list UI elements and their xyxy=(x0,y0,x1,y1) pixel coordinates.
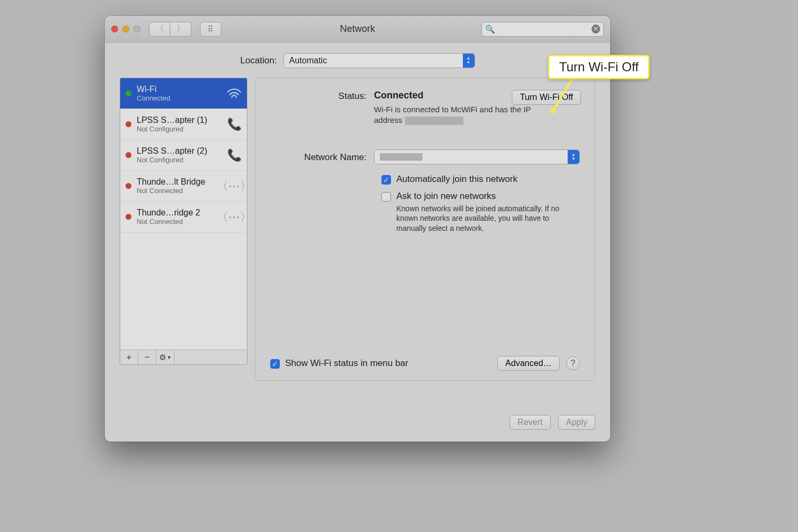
auto-join-label: Automatically join this network xyxy=(396,174,518,185)
apply-button[interactable]: Apply xyxy=(558,415,595,430)
status-dot-icon xyxy=(126,121,131,127)
chevron-right-icon: 〉 xyxy=(177,24,185,34)
phone-icon: 📞 xyxy=(226,148,243,162)
status-dot-icon xyxy=(126,183,131,189)
service-status: Not Connected xyxy=(137,218,226,226)
service-status: Connected xyxy=(137,94,226,102)
service-name: Wi-Fi xyxy=(137,85,226,94)
advanced-button[interactable]: Advanced… xyxy=(497,356,560,371)
service-name: LPSS S…apter (1) xyxy=(137,115,226,125)
chevron-down-icon: ▼ xyxy=(167,355,172,360)
ip-address-redacted xyxy=(405,117,463,125)
status-dot-icon xyxy=(126,90,131,96)
service-item-lpss2[interactable]: LPSS S…apter (2) Not Configured 📞 xyxy=(120,140,247,171)
service-status: Not Connected xyxy=(137,187,226,195)
network-name-select[interactable]: ▲▼ xyxy=(374,149,580,164)
service-actions-button[interactable]: ⚙▼ xyxy=(156,350,174,364)
auto-join-checkbox[interactable]: ✓ xyxy=(381,175,391,185)
status-dot-icon xyxy=(126,214,131,220)
service-detail-panel: Turn Wi-Fi Off Status: Connected Wi-Fi i… xyxy=(255,78,595,381)
clear-search-button[interactable]: ✕ xyxy=(592,24,600,34)
service-item-lpss1[interactable]: LPSS S…apter (1) Not Configured 📞 xyxy=(120,109,247,140)
grid-icon: ⠿ xyxy=(207,24,214,34)
network-preferences-window: 〈 〉 ⠿ Network 🔍 ✕ Location: Automatic ▲▼ xyxy=(105,16,610,442)
service-item-tb-bridge-2[interactable]: Thunde…ridge 2 Not Connected 〈⋯〉 xyxy=(120,202,247,232)
zoom-window-button[interactable] xyxy=(134,26,140,32)
location-select[interactable]: Automatic ▲▼ xyxy=(284,53,475,68)
network-name-label: Network Name: xyxy=(270,151,374,163)
location-value: Automatic xyxy=(289,56,327,65)
service-status: Not Configured xyxy=(137,125,226,133)
select-stepper-icon: ▲▼ xyxy=(463,54,475,68)
status-description: Wi-Fi is connected to McWiFi and has the… xyxy=(374,104,555,126)
annotation-callout: Turn Wi-Fi Off xyxy=(548,55,650,79)
service-item-tb-bridge[interactable]: Thunde…lt Bridge Not Connected 〈⋯〉 xyxy=(120,171,247,202)
location-label: Location: xyxy=(240,55,277,66)
remove-service-button[interactable]: − xyxy=(138,350,156,364)
service-status: Not Configured xyxy=(137,156,226,164)
network-name-redacted xyxy=(380,153,422,161)
bridge-icon: 〈⋯〉 xyxy=(226,179,243,193)
service-item-wifi[interactable]: Wi-Fi Connected xyxy=(120,78,247,109)
forward-button[interactable]: 〉 xyxy=(170,22,192,37)
service-name: LPSS S…apter (2) xyxy=(137,146,226,156)
show-in-menubar-label: Show Wi-Fi status in menu bar xyxy=(285,358,408,369)
nav-buttons: 〈 〉 xyxy=(149,22,192,37)
status-dot-icon xyxy=(126,152,131,158)
search-field[interactable]: 🔍 ✕ xyxy=(481,22,604,37)
revert-button[interactable]: Revert xyxy=(510,415,551,430)
window-controls xyxy=(111,26,140,32)
turn-wifi-off-button[interactable]: Turn Wi-Fi Off xyxy=(512,90,581,105)
ask-to-join-checkbox[interactable] xyxy=(381,192,391,202)
select-stepper-icon: ▲▼ xyxy=(568,150,579,164)
close-window-button[interactable] xyxy=(111,26,118,32)
service-sidebar: Wi-Fi Connected LPSS S…apter (1) Not Con… xyxy=(120,78,247,365)
minimize-window-button[interactable] xyxy=(122,26,129,32)
search-icon: 🔍 xyxy=(485,24,495,34)
add-service-button[interactable]: + xyxy=(120,350,138,364)
phone-icon: 📞 xyxy=(226,118,243,131)
chevron-left-icon: 〈 xyxy=(156,24,164,34)
service-name: Thunde…ridge 2 xyxy=(137,208,226,218)
ask-to-join-help: Known networks will be joined automatica… xyxy=(396,204,572,234)
service-list: Wi-Fi Connected LPSS S…apter (1) Not Con… xyxy=(120,78,247,350)
help-button[interactable]: ? xyxy=(566,356,580,370)
gear-icon: ⚙ xyxy=(159,353,166,362)
search-input[interactable] xyxy=(498,25,592,34)
wifi-icon xyxy=(226,87,243,101)
window-footer: Revert Apply xyxy=(510,415,595,430)
status-label: Status: xyxy=(270,90,374,102)
back-button[interactable]: 〈 xyxy=(149,22,170,37)
location-row: Location: Automatic ▲▼ xyxy=(105,43,610,78)
sidebar-footer: + − ⚙▼ xyxy=(120,350,247,364)
annotation-text: Turn Wi-Fi Off xyxy=(559,60,638,74)
titlebar: 〈 〉 ⠿ Network 🔍 ✕ xyxy=(105,16,610,43)
ask-to-join-label: Ask to join new networks xyxy=(396,191,572,202)
show-in-menubar-checkbox[interactable]: ✓ xyxy=(270,359,280,369)
service-name: Thunde…lt Bridge xyxy=(137,177,226,187)
bridge-icon: 〈⋯〉 xyxy=(226,210,243,224)
show-all-button[interactable]: ⠿ xyxy=(200,22,221,37)
